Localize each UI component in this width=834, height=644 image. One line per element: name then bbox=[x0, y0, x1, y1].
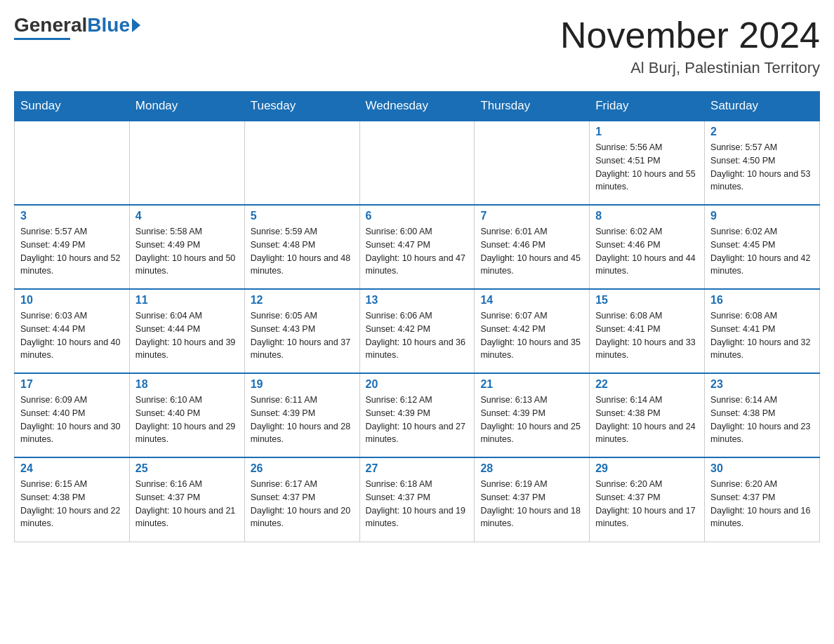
day-info: Sunrise: 6:08 AM Sunset: 4:41 PM Dayligh… bbox=[710, 309, 814, 362]
calendar-cell bbox=[15, 121, 130, 205]
day-number: 21 bbox=[480, 378, 583, 391]
header-day-tuesday: Tuesday bbox=[244, 92, 359, 121]
calendar-cell: 24Sunrise: 6:15 AM Sunset: 4:38 PM Dayli… bbox=[15, 457, 130, 542]
day-number: 30 bbox=[710, 462, 814, 475]
week-row-4: 17Sunrise: 6:09 AM Sunset: 4:40 PM Dayli… bbox=[15, 373, 820, 457]
day-number: 13 bbox=[366, 294, 469, 307]
day-number: 24 bbox=[20, 462, 124, 475]
day-info: Sunrise: 6:20 AM Sunset: 4:37 PM Dayligh… bbox=[710, 478, 814, 530]
week-row-1: 1Sunrise: 5:56 AM Sunset: 4:51 PM Daylig… bbox=[15, 121, 820, 205]
calendar-cell: 21Sunrise: 6:13 AM Sunset: 4:39 PM Dayli… bbox=[475, 373, 590, 457]
header-day-saturday: Saturday bbox=[705, 92, 820, 121]
day-number: 29 bbox=[595, 462, 699, 475]
day-info: Sunrise: 6:04 AM Sunset: 4:44 PM Dayligh… bbox=[135, 309, 239, 362]
calendar-cell: 10Sunrise: 6:03 AM Sunset: 4:44 PM Dayli… bbox=[15, 289, 130, 373]
day-info: Sunrise: 6:20 AM Sunset: 4:37 PM Dayligh… bbox=[595, 478, 699, 530]
day-info: Sunrise: 6:05 AM Sunset: 4:43 PM Dayligh… bbox=[251, 309, 354, 362]
day-number: 8 bbox=[595, 210, 699, 222]
calendar-cell: 14Sunrise: 6:07 AM Sunset: 4:42 PM Dayli… bbox=[475, 289, 590, 373]
logo-general-text: General bbox=[14, 14, 87, 36]
calendar-cell bbox=[475, 121, 590, 205]
calendar-cell: 3Sunrise: 5:57 AM Sunset: 4:49 PM Daylig… bbox=[15, 205, 130, 289]
logo-blue-text: Blue bbox=[87, 14, 140, 36]
day-number: 14 bbox=[480, 294, 583, 307]
day-number: 2 bbox=[710, 126, 814, 138]
day-info: Sunrise: 5:59 AM Sunset: 4:48 PM Dayligh… bbox=[251, 225, 354, 278]
calendar-cell: 2Sunrise: 5:57 AM Sunset: 4:50 PM Daylig… bbox=[705, 121, 820, 205]
week-row-5: 24Sunrise: 6:15 AM Sunset: 4:38 PM Dayli… bbox=[15, 457, 820, 542]
day-info: Sunrise: 6:17 AM Sunset: 4:37 PM Dayligh… bbox=[251, 478, 354, 530]
day-number: 12 bbox=[251, 294, 354, 307]
day-info: Sunrise: 6:06 AM Sunset: 4:42 PM Dayligh… bbox=[366, 309, 469, 362]
day-info: Sunrise: 6:02 AM Sunset: 4:45 PM Dayligh… bbox=[710, 225, 814, 278]
logo-underline bbox=[14, 38, 70, 40]
day-number: 26 bbox=[251, 462, 354, 475]
header-day-thursday: Thursday bbox=[475, 92, 590, 121]
header-day-friday: Friday bbox=[590, 92, 705, 121]
day-number: 23 bbox=[710, 378, 814, 391]
day-number: 4 bbox=[135, 210, 239, 222]
calendar-cell: 25Sunrise: 6:16 AM Sunset: 4:37 PM Dayli… bbox=[129, 457, 244, 542]
calendar-cell: 18Sunrise: 6:10 AM Sunset: 4:40 PM Dayli… bbox=[129, 373, 244, 457]
calendar-cell: 16Sunrise: 6:08 AM Sunset: 4:41 PM Dayli… bbox=[705, 289, 820, 373]
day-info: Sunrise: 5:56 AM Sunset: 4:51 PM Dayligh… bbox=[595, 141, 699, 194]
day-info: Sunrise: 6:01 AM Sunset: 4:46 PM Dayligh… bbox=[480, 225, 583, 278]
day-info: Sunrise: 6:15 AM Sunset: 4:38 PM Dayligh… bbox=[20, 478, 124, 530]
day-number: 11 bbox=[135, 294, 239, 307]
calendar-cell: 19Sunrise: 6:11 AM Sunset: 4:39 PM Dayli… bbox=[244, 373, 359, 457]
logo: General Blue bbox=[14, 14, 140, 40]
day-number: 20 bbox=[366, 378, 469, 391]
calendar-title: November 2024 bbox=[560, 14, 820, 56]
calendar-cell: 27Sunrise: 6:18 AM Sunset: 4:37 PM Dayli… bbox=[359, 457, 475, 542]
day-number: 19 bbox=[251, 378, 354, 391]
day-number: 27 bbox=[366, 462, 469, 475]
day-number: 5 bbox=[251, 210, 354, 222]
day-info: Sunrise: 6:09 AM Sunset: 4:40 PM Dayligh… bbox=[20, 394, 124, 446]
page-header: General Blue November 2024 Al Burj, Pale… bbox=[14, 14, 820, 77]
calendar-cell: 28Sunrise: 6:19 AM Sunset: 4:37 PM Dayli… bbox=[475, 457, 590, 542]
day-info: Sunrise: 6:14 AM Sunset: 4:38 PM Dayligh… bbox=[710, 394, 814, 446]
day-info: Sunrise: 6:12 AM Sunset: 4:39 PM Dayligh… bbox=[366, 394, 469, 446]
calendar-cell: 26Sunrise: 6:17 AM Sunset: 4:37 PM Dayli… bbox=[244, 457, 359, 542]
calendar-cell: 12Sunrise: 6:05 AM Sunset: 4:43 PM Dayli… bbox=[244, 289, 359, 373]
day-number: 15 bbox=[595, 294, 699, 307]
day-info: Sunrise: 6:07 AM Sunset: 4:42 PM Dayligh… bbox=[480, 309, 583, 362]
day-number: 28 bbox=[480, 462, 583, 475]
day-number: 25 bbox=[135, 462, 239, 475]
title-area: November 2024 Al Burj, Palestinian Terri… bbox=[560, 14, 820, 77]
calendar-cell: 6Sunrise: 6:00 AM Sunset: 4:47 PM Daylig… bbox=[359, 205, 475, 289]
calendar-table: SundayMondayTuesdayWednesdayThursdayFrid… bbox=[14, 91, 820, 542]
header-day-monday: Monday bbox=[129, 92, 244, 121]
week-row-3: 10Sunrise: 6:03 AM Sunset: 4:44 PM Dayli… bbox=[15, 289, 820, 373]
calendar-cell: 9Sunrise: 6:02 AM Sunset: 4:45 PM Daylig… bbox=[705, 205, 820, 289]
calendar-cell: 20Sunrise: 6:12 AM Sunset: 4:39 PM Dayli… bbox=[359, 373, 475, 457]
day-number: 3 bbox=[20, 210, 124, 222]
calendar-cell bbox=[244, 121, 359, 205]
logo-arrow-icon bbox=[132, 18, 140, 32]
calendar-cell: 22Sunrise: 6:14 AM Sunset: 4:38 PM Dayli… bbox=[590, 373, 705, 457]
day-info: Sunrise: 6:13 AM Sunset: 4:39 PM Dayligh… bbox=[480, 394, 583, 446]
day-info: Sunrise: 5:57 AM Sunset: 4:50 PM Dayligh… bbox=[710, 141, 814, 194]
day-info: Sunrise: 6:11 AM Sunset: 4:39 PM Dayligh… bbox=[251, 394, 354, 446]
day-info: Sunrise: 6:14 AM Sunset: 4:38 PM Dayligh… bbox=[595, 394, 699, 446]
day-info: Sunrise: 6:08 AM Sunset: 4:41 PM Dayligh… bbox=[595, 309, 699, 362]
calendar-cell bbox=[129, 121, 244, 205]
day-info: Sunrise: 6:03 AM Sunset: 4:44 PM Dayligh… bbox=[20, 309, 124, 362]
calendar-cell: 7Sunrise: 6:01 AM Sunset: 4:46 PM Daylig… bbox=[475, 205, 590, 289]
day-info: Sunrise: 6:00 AM Sunset: 4:47 PM Dayligh… bbox=[366, 225, 469, 278]
calendar-cell: 13Sunrise: 6:06 AM Sunset: 4:42 PM Dayli… bbox=[359, 289, 475, 373]
day-number: 16 bbox=[710, 294, 814, 307]
day-number: 1 bbox=[595, 126, 699, 138]
week-row-2: 3Sunrise: 5:57 AM Sunset: 4:49 PM Daylig… bbox=[15, 205, 820, 289]
calendar-cell: 11Sunrise: 6:04 AM Sunset: 4:44 PM Dayli… bbox=[129, 289, 244, 373]
day-number: 10 bbox=[20, 294, 124, 307]
day-number: 17 bbox=[20, 378, 124, 391]
calendar-cell: 4Sunrise: 5:58 AM Sunset: 4:49 PM Daylig… bbox=[129, 205, 244, 289]
day-number: 22 bbox=[595, 378, 699, 391]
day-number: 6 bbox=[366, 210, 469, 222]
header-row: SundayMondayTuesdayWednesdayThursdayFrid… bbox=[15, 92, 820, 121]
calendar-cell: 8Sunrise: 6:02 AM Sunset: 4:46 PM Daylig… bbox=[590, 205, 705, 289]
day-info: Sunrise: 6:19 AM Sunset: 4:37 PM Dayligh… bbox=[480, 478, 583, 530]
calendar-cell: 15Sunrise: 6:08 AM Sunset: 4:41 PM Dayli… bbox=[590, 289, 705, 373]
calendar-subtitle: Al Burj, Palestinian Territory bbox=[560, 59, 820, 77]
